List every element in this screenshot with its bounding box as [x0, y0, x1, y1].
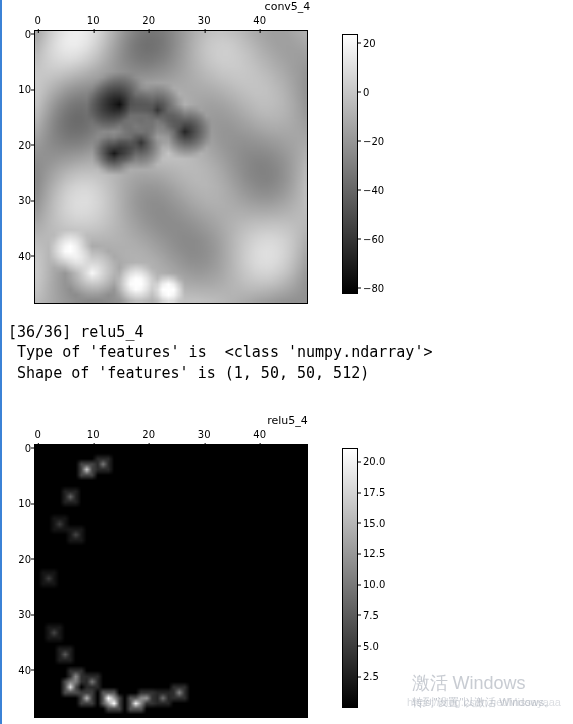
- y-tick: 0: [11, 442, 31, 453]
- cbar-tick: −20: [357, 135, 384, 146]
- x-tick: 30: [198, 15, 211, 26]
- x-tick: 10: [87, 429, 100, 440]
- x-tick: 10: [87, 15, 100, 26]
- cbar-tick: 2.5: [357, 671, 379, 682]
- heatmap-image: [35, 445, 307, 717]
- y-tick: 40: [11, 250, 31, 261]
- cbar-tick: 0: [357, 86, 369, 97]
- heatmap-conv5-4: 0 10 20 30 40 0 10 20 30 40: [34, 30, 308, 304]
- y-tick: 20: [11, 139, 31, 150]
- x-tick: 0: [35, 15, 41, 26]
- x-tick: 30: [198, 429, 211, 440]
- watermark-url: https://blog.csdn.net/Missayaaa: [407, 696, 561, 708]
- colorbar-gradient: [343, 35, 357, 293]
- figure-conv5-4: conv5_4 0 10 20 30 40 0 10 20 30 40 20 0…: [2, 0, 573, 320]
- cbar-tick: 17.5: [357, 487, 385, 498]
- plot-title-text: relu5_4: [267, 414, 308, 427]
- x-tick: 20: [142, 429, 155, 440]
- cbar-tick: −80: [357, 282, 384, 293]
- y-tick: 10: [11, 498, 31, 509]
- plot-title: conv5_4: [2, 0, 573, 13]
- y-tick: 40: [11, 664, 31, 675]
- x-tick: 20: [142, 15, 155, 26]
- x-tick: 0: [35, 429, 41, 440]
- cbar-tick: −40: [357, 184, 384, 195]
- heatmap-relu5-4: 0 10 20 30 40 0 10 20 30 40: [34, 444, 308, 718]
- heatmap-image: [35, 31, 307, 303]
- windows-activation-watermark: 激活 Windows 转到"设置"以激活 Windows。 https://bl…: [412, 671, 556, 710]
- cbar-tick: 15.0: [357, 517, 385, 528]
- cbar-tick: 10.0: [357, 579, 385, 590]
- plot-title: relu5_4: [2, 414, 573, 427]
- cbar-tick: 20.0: [357, 456, 385, 467]
- cbar-tick: 5.0: [357, 640, 379, 651]
- x-tick: 40: [253, 429, 266, 440]
- cbar-tick: 7.5: [357, 609, 379, 620]
- y-tick: 20: [11, 553, 31, 564]
- colorbar-gradient: [343, 449, 357, 707]
- colorbar-conv5-4: 20 0 −20 −40 −60 −80: [342, 34, 358, 294]
- y-tick: 10: [11, 84, 31, 95]
- cbar-tick: 12.5: [357, 548, 385, 559]
- y-tick: 30: [11, 195, 31, 206]
- console-output: [36/36] relu5_4 Type of 'features' is <c…: [8, 322, 432, 383]
- colorbar-relu5-4: 20.0 17.5 15.0 12.5 10.0 7.5 5.0 2.5: [342, 448, 358, 708]
- plot-title-text: conv5_4: [265, 0, 311, 13]
- cbar-tick: 20: [357, 37, 376, 48]
- watermark-title: 激活 Windows: [412, 671, 556, 695]
- cbar-tick: −60: [357, 233, 384, 244]
- y-tick: 0: [11, 28, 31, 39]
- y-tick: 30: [11, 609, 31, 620]
- x-tick: 40: [253, 15, 266, 26]
